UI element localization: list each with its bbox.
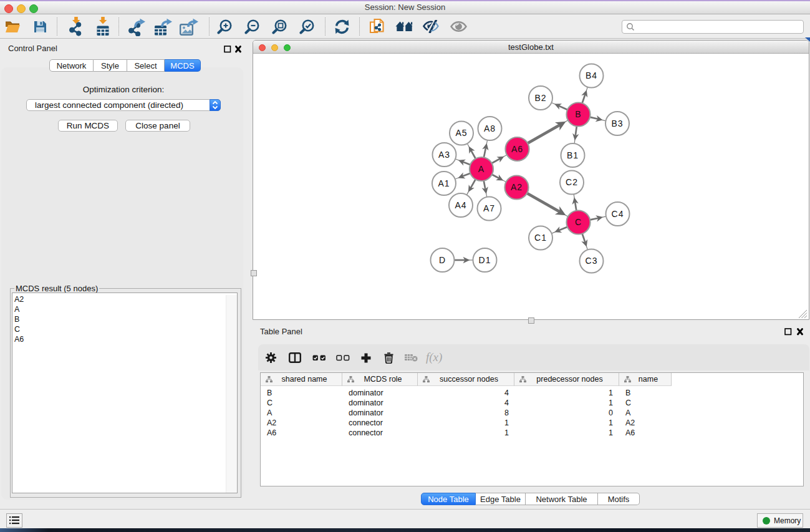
svg-text:C4: C4 (612, 209, 624, 219)
svg-text:D: D (439, 255, 446, 265)
svg-text:B3: B3 (611, 118, 623, 128)
svg-text:C3: C3 (586, 256, 598, 266)
svg-text:A1: A1 (438, 178, 450, 188)
svg-text:C1: C1 (534, 233, 547, 243)
svg-text:B: B (575, 109, 581, 119)
svg-text:B1: B1 (567, 150, 579, 160)
svg-text:A8: A8 (484, 123, 496, 133)
svg-text:B4: B4 (586, 70, 597, 80)
svg-text:D1: D1 (479, 255, 491, 265)
svg-text:A: A (478, 164, 485, 174)
svg-text:A7: A7 (483, 203, 495, 213)
svg-text:A5: A5 (455, 128, 467, 138)
svg-text:C: C (575, 217, 582, 227)
svg-text:A4: A4 (455, 200, 466, 210)
svg-text:A6: A6 (511, 144, 523, 154)
svg-text:A3: A3 (438, 150, 450, 160)
svg-text:C2: C2 (566, 177, 578, 187)
svg-text:B2: B2 (534, 93, 546, 103)
svg-text:A2: A2 (511, 182, 523, 192)
